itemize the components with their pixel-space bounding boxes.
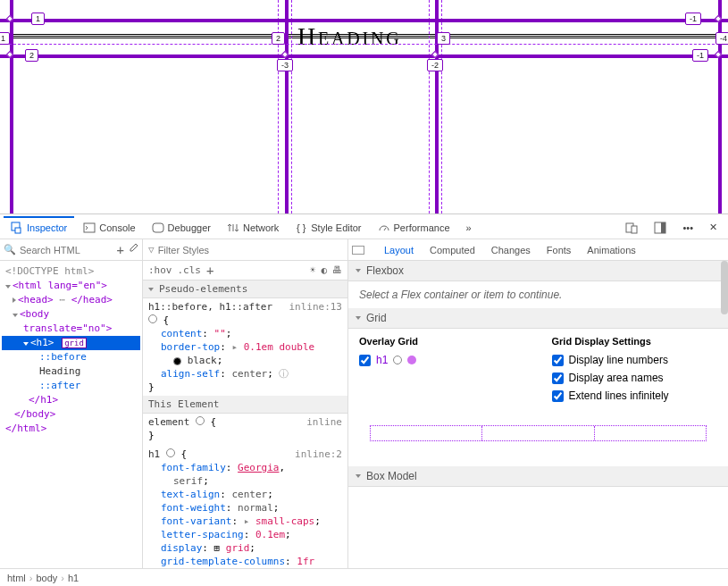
area-names-checkbox[interactable] [552,373,564,384]
tab-fonts[interactable]: Fonts [545,241,573,259]
rule-list[interactable]: element {inline } h1 {inline:2 font-fami… [143,414,347,568]
grid-display-heading: Grid Display Settings [552,336,718,347]
grid-settings: Overlay Grid h1 Grid Display Settings Di… [348,329,728,466]
performance-icon [378,222,390,234]
eyedropper-icon[interactable] [128,243,138,256]
dom-node[interactable]: <html lang="en"> [2,279,140,293]
grid-label: 3 [437,32,450,45]
tab-animations[interactable]: Animations [585,241,637,259]
dom-node-selected[interactable]: <h1> grid [2,336,140,350]
scrollbar[interactable] [721,261,728,314]
add-node-icon[interactable]: + [117,243,124,257]
dom-node[interactable]: </h1> [2,393,140,407]
devtools-panels: 🔍 + <!DOCTYPE html> <html lang="en"> <he… [0,239,728,568]
layout-panel: Layout Computed Changes Fonts Animations… [348,239,728,568]
network-icon [227,222,239,234]
pane-toggle-icon[interactable] [352,246,364,255]
layout-body: Flexbox Select a Flex container or item … [348,261,728,568]
dom-node[interactable]: <head> ⋯ </head> [2,293,140,307]
dock-mode-icon[interactable] [647,216,674,238]
tab-console[interactable]: Console [76,216,142,238]
dom-node[interactable]: <!DOCTYPE html> [2,264,140,279]
tab-computed[interactable]: Computed [428,241,477,259]
grid-badge[interactable]: grid [62,338,87,348]
dom-tree[interactable]: <!DOCTYPE html> <html lang="en"> <head> … [0,261,142,568]
light-scheme-icon[interactable]: ☀ [310,264,316,276]
tab-network[interactable]: Network [220,216,286,238]
debugger-icon [152,222,164,234]
page-viewport: Heading 1 -1 1 -4 2 -1 2 -3 3 -2 [0,0,728,214]
more-icon[interactable]: ••• [675,217,700,237]
grid-label: 2 [272,32,285,45]
dom-node[interactable]: ::after [2,379,140,393]
dom-node[interactable]: translate="no"> [2,322,140,336]
tab-debugger[interactable]: Debugger [145,216,218,238]
grid-line-h [0,54,728,58]
dom-search-input[interactable] [20,245,113,255]
box-model-accordion[interactable]: Box Model [348,466,728,487]
extend-lines-checkbox[interactable] [552,390,564,402]
gear-icon[interactable] [148,314,157,323]
grid-overlay-label: h1 [376,354,388,366]
h1-grid-checkbox[interactable] [359,355,371,366]
close-devtools-icon[interactable]: ✕ [702,216,724,237]
breadcrumb-item[interactable]: h1 [66,573,80,583]
dom-node[interactable]: ::before [2,350,140,364]
info-icon[interactable]: ⓘ [279,368,289,380]
flexbox-accordion[interactable]: Flexbox [348,261,728,281]
devtools-tabs: Inspector Console Debugger Network { }St… [0,214,728,239]
breadcrumb-item[interactable]: body [34,573,59,583]
dom-node[interactable]: </body> [2,407,140,422]
dom-node[interactable]: </html> [2,422,140,436]
gear-icon[interactable] [166,448,175,457]
this-element-section: This Element [143,396,347,414]
search-icon: 🔍 [4,244,16,255]
tab-label: Debugger [168,222,211,233]
filter-styles-input[interactable] [158,245,342,255]
pseudo-section[interactable]: Pseudo-elements [143,280,347,298]
rule-block[interactable]: h1::before, h1::afterinline:13 { content… [143,298,347,396]
breadcrumb-item[interactable]: html [5,573,28,583]
dom-node[interactable]: Heading [2,364,140,379]
grid-overlay-item[interactable]: h1 [359,354,525,366]
breadcrumbs: html › body › h1 [0,568,728,586]
tab-label: Console [99,222,135,233]
grid-line-h [0,19,728,22]
checkbox-label: Display area names [569,372,664,384]
svg-rect-3 [153,223,163,232]
color-dot[interactable] [407,356,416,364]
grid-line-v [10,0,13,213]
tab-performance[interactable]: Performance [371,216,457,238]
gear-icon[interactable] [393,356,402,364]
dom-node[interactable]: <body [2,307,140,322]
grid-label: -3 [277,59,293,71]
line-numbers-checkbox[interactable] [552,355,564,366]
checkbox-label: Extend lines infinitely [569,389,669,402]
add-rule-icon[interactable]: + [206,264,213,278]
cls-toggle[interactable]: .cls [178,264,202,276]
tab-style-editor[interactable]: { }Style Editor [288,216,368,238]
tab-label: Network [243,222,279,233]
grid-line-v [285,0,289,213]
chevron-right-icon: › [29,573,33,583]
color-swatch[interactable] [173,357,181,365]
grid-icon: ⊞ [214,542,221,554]
tab-layout[interactable]: Layout [382,241,415,259]
grid-accordion[interactable]: Grid [348,308,728,329]
tab-label: Performance [394,222,450,233]
style-editor-icon: { } [295,222,307,234]
hov-toggle[interactable]: :hov [148,264,172,276]
dark-scheme-icon[interactable]: ◐ [321,264,327,276]
inspector-icon [11,222,23,234]
gear-icon[interactable] [196,416,205,425]
tab-changes[interactable]: Changes [490,241,532,259]
tabs-overflow[interactable]: » [459,217,479,237]
responsive-mode-icon[interactable] [618,216,645,238]
tab-label: Style Editor [311,222,361,233]
print-icon[interactable]: 🖶 [332,264,342,276]
grid-label: -4 [715,32,728,45]
console-icon [83,222,96,234]
chevron-right-icon: › [61,573,64,583]
tab-inspector[interactable]: Inspector [4,216,74,238]
overlay-grid-heading: Overlay Grid [359,336,525,347]
